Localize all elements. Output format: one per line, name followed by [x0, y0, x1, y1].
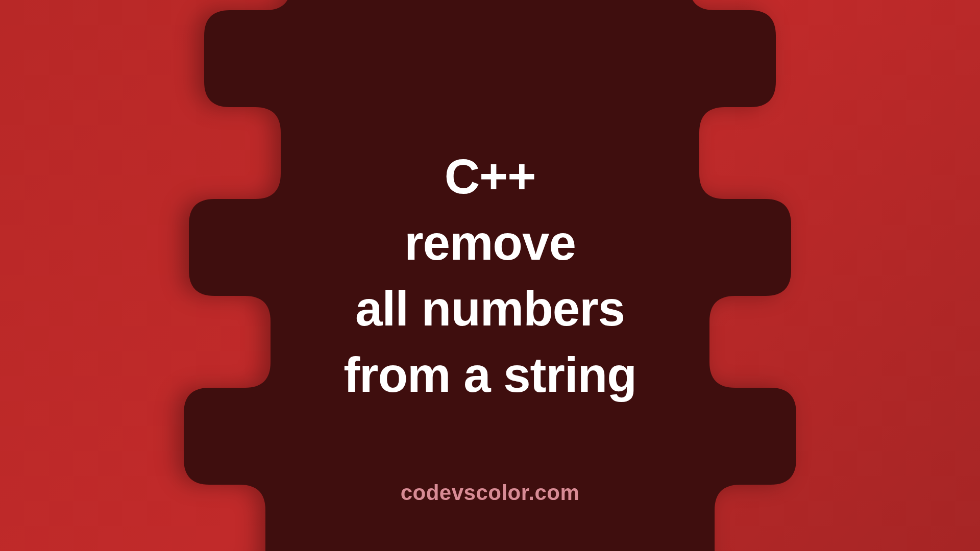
- website-url: codevscolor.com: [401, 481, 580, 505]
- title-text: C++ remove all numbers from a string: [0, 143, 980, 408]
- main-content: C++ remove all numbers from a string: [0, 143, 980, 408]
- title-line-2: remove: [0, 209, 980, 276]
- title-line-4: from a string: [0, 342, 980, 408]
- title-line-1: C++: [0, 143, 980, 210]
- title-line-3: all numbers: [0, 276, 980, 342]
